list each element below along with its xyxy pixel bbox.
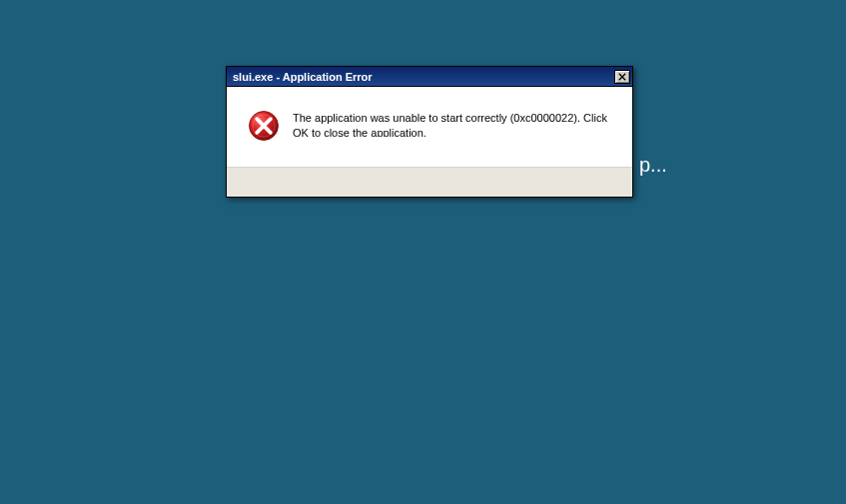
error-dialog: slui.exe - Application Error The applica… [226,66,633,198]
error-icon [247,109,281,143]
background-partial-text: p... [639,154,667,177]
close-icon [618,73,626,81]
dialog-body: The application was unable to start corr… [227,87,632,167]
dialog-footer [227,167,632,197]
dialog-titlebar[interactable]: slui.exe - Application Error [227,67,632,87]
error-message-text: The application was unable to start corr… [293,109,612,137]
close-button[interactable] [614,70,630,84]
dialog-title: slui.exe - Application Error [233,71,373,83]
